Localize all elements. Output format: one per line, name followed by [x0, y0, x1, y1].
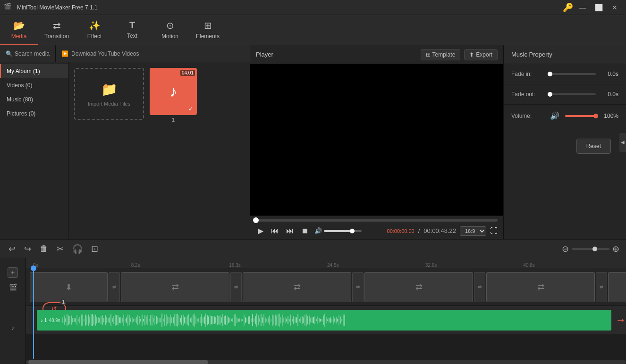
transition-icon: ⇄: [53, 20, 61, 31]
search-media-button[interactable]: 🔍 Search media: [0, 45, 56, 62]
undo-button[interactable]: ↩: [6, 242, 18, 256]
download-youtube-button[interactable]: ▶️ Download YouTube Videos: [56, 45, 144, 62]
timeline-left: + 🎬 ♪: [0, 258, 26, 364]
audio-track: ↺ 1 ♪ 1 48.9s →: [26, 306, 626, 334]
volume-row: Volume: 🔊 100%: [504, 105, 626, 127]
left-panel: 🔍 Search media ▶️ Download YouTube Video…: [0, 45, 250, 239]
transition-clip-1[interactable]: ⇄: [109, 272, 120, 302]
template-button[interactable]: ⊞ Template: [421, 49, 461, 60]
album-item-my-album[interactable]: My Album (1): [0, 64, 68, 78]
media-duration: 04:01: [180, 70, 195, 76]
aspect-ratio-select[interactable]: 16:9 9:16 4:3 1:1: [460, 226, 486, 236]
video-clip-5[interactable]: ⇄: [486, 272, 595, 302]
audio-waveform: [62, 313, 608, 327]
toolbar-effect[interactable]: ✨ Effect: [76, 15, 113, 45]
zoom-in-button[interactable]: ⊕: [611, 243, 620, 255]
timeline-playhead[interactable]: [33, 268, 34, 359]
album-item-pictures[interactable]: Pictures (0): [0, 107, 68, 121]
timeline-tracks: ⬇ ⇄ ⇄ ⇄ ⇄ ⇄ ⇄: [26, 268, 626, 359]
reset-button[interactable]: Reset: [576, 139, 611, 154]
video-clip-2[interactable]: ⇄: [121, 272, 229, 302]
right-panel-header: Music Property: [504, 45, 626, 64]
video-clip-6[interactable]: ⇄: [608, 272, 626, 302]
video-track: ⬇ ⇄ ⇄ ⇄ ⇄ ⇄ ⇄: [26, 268, 626, 306]
download-clip-icon: ⬇: [65, 282, 72, 292]
transition-clip-3[interactable]: ⇄: [352, 272, 364, 302]
import-icon: 📁: [101, 82, 118, 97]
export-button[interactable]: ⬆ Export: [464, 49, 498, 60]
volume-slider-right[interactable]: [565, 115, 596, 117]
search-icon: 🔍: [6, 50, 13, 57]
timeline-scrollbar[interactable]: [26, 360, 626, 364]
toolbar-media-label: Media: [11, 33, 27, 40]
export-label: Export: [476, 51, 492, 58]
music-note-icon: ♪: [169, 83, 177, 100]
import-media-box[interactable]: 📁 Import Media Files: [74, 68, 144, 120]
delete-button[interactable]: 🗑: [37, 242, 51, 256]
ruler-mark-1: 8.2s: [131, 263, 229, 268]
toolbar-elements[interactable]: ⊞ Elements: [189, 15, 227, 45]
stop-button[interactable]: ⏹: [299, 226, 311, 236]
transition-clip-5[interactable]: ⇄: [596, 272, 607, 302]
trim-button[interactable]: ⊡: [88, 242, 101, 256]
minimize-button[interactable]: —: [575, 0, 590, 15]
toolbar-effect-label: Effect: [87, 33, 102, 40]
audio-label: ♪ 1: [41, 318, 47, 323]
titlebar: 🎬 MiniTool MovieMaker Free 7.1.1 🔑 — ⬜ ✕: [0, 0, 626, 15]
collapse-panel-button[interactable]: ◀: [619, 133, 626, 152]
album-item-music[interactable]: Music (80): [0, 92, 68, 107]
template-icon: ⊞: [426, 51, 431, 58]
timeline-right: 0s 8.2s 16.3s 24.5s 32.6s 40.8s ⬇ ⇄ ⇄: [26, 258, 626, 364]
key-icon[interactable]: 🔑: [563, 2, 573, 13]
video-clip-4[interactable]: ⇄: [364, 272, 473, 302]
export-icon: ⬆: [469, 51, 474, 58]
timeline-zoom: ⊖ ⊕: [561, 243, 620, 255]
progress-bar[interactable]: [256, 219, 498, 222]
video-clip-1[interactable]: ⬇: [30, 272, 108, 302]
restore-button[interactable]: ⬜: [591, 0, 606, 15]
timeline: + 🎬 ♪ 0s 8.2s 16.3s 24.5s 32.6s 40.8s ⬇ …: [0, 258, 626, 364]
volume-dot-right: [593, 114, 598, 118]
media-grid: 📁 Import Media Files ♪ 04:01 ✓ 1: [68, 62, 250, 239]
speaker-icon: 🔊: [550, 111, 559, 120]
toolbar-media[interactable]: 📂 Media: [0, 15, 38, 45]
media-thumbnail[interactable]: ♪ 04:01 ✓: [150, 68, 197, 115]
fade-in-row: Fade in: 0.0s: [504, 64, 626, 84]
volume-label: Volume:: [511, 113, 544, 119]
video-track-icon: 🎬: [9, 280, 17, 295]
add-track-button[interactable]: +: [8, 267, 18, 278]
transition-arrow-3: ⇄: [356, 284, 360, 290]
audio-duration: 48.9s: [49, 318, 60, 323]
play-button[interactable]: ▶: [256, 225, 265, 236]
loop-number: 1: [60, 299, 66, 305]
swap-icon-4: ⇄: [537, 282, 544, 292]
transition-clip-2[interactable]: ⇄: [230, 272, 242, 302]
volume-value: 100%: [601, 113, 618, 119]
toolbar-motion[interactable]: ⊙ Motion: [151, 15, 189, 45]
close-button[interactable]: ✕: [607, 0, 622, 15]
fade-in-slider[interactable]: [550, 73, 596, 75]
fullscreen-button[interactable]: ⛶: [490, 227, 498, 235]
video-clip-3[interactable]: ⇄: [243, 272, 351, 302]
skip-forward-button[interactable]: ⏭: [284, 226, 296, 236]
toolbar-text[interactable]: T Text: [113, 15, 151, 45]
volume-fill-right: [565, 115, 596, 117]
zoom-out-button[interactable]: ⊖: [561, 243, 570, 255]
audio-button[interactable]: 🎧: [69, 242, 85, 256]
audio-clip[interactable]: ♪ 1 48.9s: [37, 310, 611, 331]
zoom-slider[interactable]: [572, 248, 609, 250]
ruler-mark-3: 24.5s: [327, 263, 425, 268]
skip-back-button[interactable]: ⏮: [269, 226, 280, 236]
right-panel: Music Property ◀ Fade in: 0.0s Fade out:…: [503, 45, 626, 239]
toolbar-transition[interactable]: ⇄ Transition: [38, 15, 76, 45]
volume-slider[interactable]: [324, 230, 362, 232]
album-item-videos[interactable]: Videos (0): [0, 78, 68, 92]
fade-in-dot: [548, 72, 552, 76]
fade-out-slider[interactable]: [550, 93, 596, 95]
fade-in-label: Fade in:: [511, 71, 544, 77]
redo-button[interactable]: ↪: [21, 242, 34, 256]
transition-arrow-5: ⇄: [600, 284, 603, 290]
toolbar-text-label: Text: [127, 33, 137, 39]
transition-clip-4[interactable]: ⇄: [474, 272, 485, 302]
cut-button[interactable]: ✂: [54, 242, 67, 256]
